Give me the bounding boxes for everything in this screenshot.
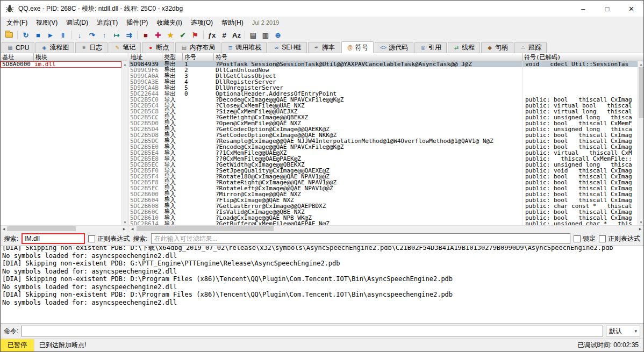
symbol-row[interactable]: 5DC2B5EC导入?GetWidth@CxImage@@QBEKXZpubli… <box>129 162 638 168</box>
symbol-row[interactable]: 5DC2B5C4导入?Close@CxMemFile@@UAE_NXZpubli… <box>129 103 638 109</box>
step-into-icon[interactable]: ↓ <box>74 30 85 40</box>
modules-horizontal-scrollbar[interactable]: ◀ ▶ <box>1 225 127 232</box>
symbol-row[interactable]: 5DC2B5F0导入?SetJpegQuality@CxImage@@QAEXE… <box>129 168 638 174</box>
menu-trace[interactable]: 追踪(T) <box>92 17 122 28</box>
execute-till-return-icon[interactable]: ↑ <box>98 30 110 40</box>
step-over-icon[interactable]: ↷ <box>86 30 98 40</box>
menu-file[interactable]: 文件(F) <box>2 17 32 28</box>
symbol-row[interactable]: 5D984939导出1?PostTask_Session@SessionTask… <box>129 61 638 67</box>
symbol-row[interactable]: 5DC2B5CC导入?GetHeight@CxImage@@QBEKXZpubl… <box>129 114 638 120</box>
run-to-user-code-icon[interactable]: ↦ <box>111 30 123 40</box>
scroll-up-icon[interactable]: ▲ <box>122 61 127 67</box>
modules-vertical-scrollbar[interactable]: ▲ ▼ <box>121 61 127 225</box>
tab-threads[interactable]: ⇄线程 <box>448 42 480 53</box>
scroll-right-icon[interactable]: ▶ <box>121 226 127 232</box>
column-header-ordinal[interactable]: 序号 <box>183 53 214 61</box>
tab-handles[interactable]: ◆句柄 <box>481 42 513 53</box>
close-button[interactable]: ✕ <box>619 1 643 17</box>
tab-script[interactable]: ✒脚本 <box>308 42 340 53</box>
scroll-down-icon[interactable]: ▼ <box>638 219 643 225</box>
symbol-row[interactable]: 5DC2B5E4导入??1CxMemFile@@UAE@XZpublic: vi… <box>129 150 638 156</box>
column-header-type[interactable]: 类型 <box>162 53 183 61</box>
stack-icon[interactable]: ▥ <box>260 30 271 40</box>
check-icon[interactable]: ✔ <box>177 30 189 40</box>
stop-icon[interactable]: ■ <box>32 30 44 40</box>
modules-hscroll-track[interactable] <box>7 226 121 232</box>
restart-icon[interactable]: ↻ <box>20 30 32 40</box>
column-header-module[interactable]: 模块 <box>34 53 127 61</box>
tab-call-stack[interactable]: ≣调用堆栈 <box>221 42 267 53</box>
module-search-input[interactable] <box>22 233 85 244</box>
run-icon[interactable]: ► <box>45 30 56 40</box>
symbol-row[interactable]: 5DC22644导出0OptionalHeader.AddressOfEntry… <box>129 91 638 97</box>
scroll-left-icon[interactable]: ◀ <box>1 226 7 232</box>
flag-icon[interactable]: ⚑ <box>189 30 201 40</box>
pause-icon[interactable]: ‖ <box>57 30 69 40</box>
menu-view[interactable]: 视图(V) <box>32 17 62 28</box>
column-header-base[interactable]: 基址 <box>1 53 34 61</box>
lock-checkbox[interactable]: 锁定 <box>574 234 596 243</box>
column-header-decorated[interactable]: 符号(已解码) <box>523 53 643 61</box>
symbol-row[interactable]: 5DC2B5C0导入?Decode@CxImage@@QAE_NPAVCxFil… <box>129 97 638 103</box>
az-icon[interactable]: Az <box>231 30 242 40</box>
symbol-row[interactable]: 5D99CA3E导出4DllRegisterServer <box>129 79 638 85</box>
menu-plugins[interactable]: 插件(P) <box>122 17 152 28</box>
menu-favourites[interactable]: 收藏夹(I) <box>152 17 186 28</box>
symbol-row[interactable]: 5DC2B5F4导入?Rotate180@CxImage@@QAE_NPAV1@… <box>129 174 638 179</box>
scroll-down-icon[interactable]: ▼ <box>122 219 127 225</box>
animate-into-icon[interactable]: ⇉ <box>123 30 135 40</box>
maximize-button[interactable]: □ <box>595 1 619 17</box>
symbol-row[interactable]: 5DC2B60C导入?IsValid@CxImage@@QBE_NXZpubli… <box>129 209 638 215</box>
favourites-icon[interactable]: ★ <box>164 30 176 40</box>
patch-icon[interactable]: ✚ <box>152 30 164 40</box>
minimize-button[interactable]: – <box>571 1 595 17</box>
symbols-vscroll-track[interactable] <box>638 67 643 219</box>
symbol-row[interactable]: 5DC2B604导入?Flip@CxImage@@QAE_NXZpublic: … <box>129 197 638 203</box>
symbol-row[interactable]: 5DC2B5DC导入?Resample@CxImage@@QAE_NJJW4In… <box>129 138 638 144</box>
command-profile-select[interactable]: 默认 ▾ <box>606 326 640 336</box>
symbol-row[interactable]: 5DC2B5D8导入?SetCodecOption@CxImage@@QAE_N… <box>129 132 638 138</box>
symbol-row[interactable]: 5DC2B608导入?GetLastError@CxImage@@QAEPBDX… <box>129 203 638 209</box>
scroll-left-icon[interactable]: ◀ <box>129 226 135 232</box>
symbol-row[interactable]: 5D99CA4B导出5DllUnregisterServer <box>129 85 638 91</box>
symbol-row[interactable]: 5DC2B5C8导入?Size@CxMemFile@@UAEJXZpublic:… <box>129 109 638 114</box>
modules-vscroll-track[interactable] <box>122 67 127 219</box>
tab-seh[interactable]: ∞SEH链 <box>268 42 307 53</box>
log-output[interactable]: [DIA] Skipping non-existent PDB: D:\下载\x… <box>1 246 643 324</box>
menu-options[interactable]: 选项(O) <box>187 17 217 28</box>
symbols-vscroll-thumb[interactable] <box>639 67 643 118</box>
symbols-horizontal-scrollbar[interactable]: ◀ ▶ <box>129 225 643 232</box>
menu-help[interactable]: 帮助(H) <box>217 17 248 28</box>
scroll-right-icon[interactable]: ▶ <box>637 226 643 232</box>
tab-cpu[interactable]: ▦CPU <box>2 42 34 53</box>
menu-debug[interactable]: 调试(D) <box>62 17 92 28</box>
fx-icon[interactable]: ƒx <box>206 30 218 40</box>
symbol-row[interactable]: 5DC2B5E0导入?Encode@CxImage@@QAE_NPAVCxFil… <box>129 144 638 150</box>
symbol-row[interactable]: 5DC2B5D4导入?GetCodecOption@CxImage@@QAEKK… <box>129 126 638 132</box>
command-input[interactable] <box>21 326 603 336</box>
symbol-filter-input[interactable] <box>151 233 570 244</box>
symbol-row[interactable]: 5D99C9F6导出2DllCanUnloadNow <box>129 67 638 73</box>
symbol-row[interactable]: 5DC2B610导入?Load@CxImage@@QAE_NPB_WK@Zpub… <box>129 215 638 221</box>
globe-icon[interactable]: ⊕ <box>272 30 284 40</box>
tab-source[interactable]: <>源代码 <box>375 42 413 53</box>
tab-graph[interactable]: ◈流程图 <box>35 42 74 53</box>
scroll-up-icon[interactable]: ▲ <box>638 61 643 67</box>
symbols-hscroll-thumb[interactable] <box>137 226 274 231</box>
symbols-vertical-scrollbar[interactable]: ▲ ▼ <box>638 61 643 225</box>
tab-notes[interactable]: ✎笔记 <box>109 42 141 53</box>
tab-symbols[interactable]: @符号 <box>341 41 374 53</box>
open-file-icon[interactable] <box>3 30 15 40</box>
symbol-row[interactable]: 5DC2B5D0导入?Open@CxMemFile@@QAE_NXZpublic… <box>129 120 638 126</box>
symbol-row[interactable]: 5DC2B5E8导入??0CxMemFile@@QAE@PAEK@Zpublic… <box>129 156 638 162</box>
symbol-row[interactable]: 5DC2B5F8导入?RotateRight@CxImage@@QAE_NPAV… <box>129 179 638 185</box>
column-header-address[interactable]: 地址 <box>129 53 162 61</box>
symbol-row[interactable]: 5DC2B5FC导入?RotateLeft@CxImage@@QAE_NPAV1… <box>129 185 638 191</box>
symbol-row[interactable]: 5DC2B614导入?GetBuffer@CxMemFile@@QAEPAE_N… <box>129 221 638 225</box>
column-header-symbol[interactable]: 符号 <box>214 53 523 61</box>
tab-references[interactable]: ◎引用 <box>414 42 447 53</box>
module-row[interactable]: 5D8A0000im.dll <box>1 61 121 68</box>
hash-icon[interactable]: # <box>218 30 230 40</box>
tab-memory-map[interactable]: ▤内存布局 <box>175 42 220 53</box>
tab-breakpoints[interactable]: ●断点 <box>142 42 174 53</box>
